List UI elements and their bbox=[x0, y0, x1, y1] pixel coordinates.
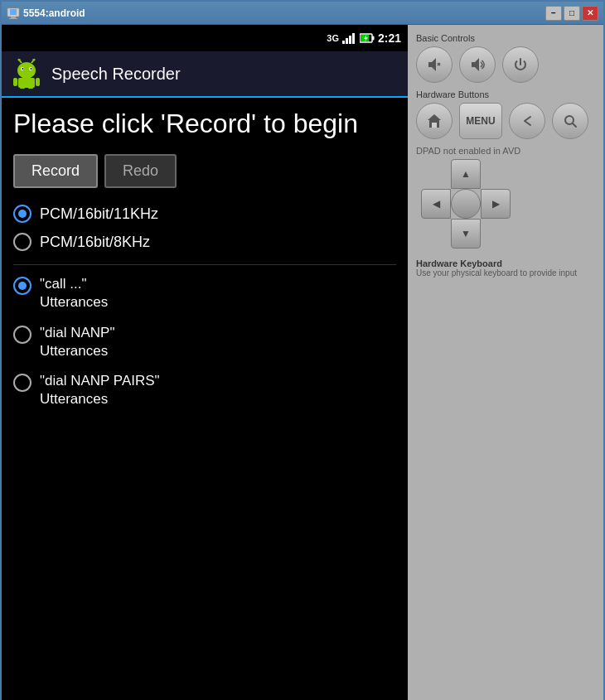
dpad-middle-row: ◀ ▶ bbox=[421, 189, 511, 219]
radio-item-8khz[interactable]: PCM/16bit/8KHz bbox=[13, 233, 396, 251]
utterance-radio-dial-nanp-pairs bbox=[13, 374, 31, 392]
svg-rect-20 bbox=[20, 87, 25, 89]
svg-point-12 bbox=[31, 68, 32, 70]
radio-circle-8khz bbox=[13, 233, 31, 251]
utterance-item-call[interactable]: "call ..." Utterances bbox=[13, 275, 396, 311]
dpad-label: DPAD not enabled in AVD bbox=[416, 146, 595, 156]
dpad-section: DPAD not enabled in AVD ▲ ◀ ▶ ▼ bbox=[416, 146, 595, 249]
app-header: Speech Recorder bbox=[2, 51, 408, 98]
title-bar: 5554:android − □ ✕ bbox=[2, 2, 603, 25]
radio-label-11khz: PCM/16bit/11KHz bbox=[40, 205, 158, 223]
title-bar-controls: − □ ✕ bbox=[545, 6, 598, 21]
svg-rect-21 bbox=[28, 87, 33, 89]
network-indicator: 3G bbox=[327, 33, 339, 43]
utterance-group: "call ..." Utterances "dial NANP" Uttera… bbox=[13, 275, 396, 408]
utterance-dot-call bbox=[18, 282, 27, 290]
signal-icon bbox=[342, 32, 355, 44]
utterance-item-dial-nanp-pairs[interactable]: "dial NANP PAIRS" Utterances bbox=[13, 372, 396, 408]
back-button[interactable] bbox=[509, 103, 545, 139]
svg-rect-19 bbox=[36, 78, 40, 86]
radio-label-8khz: PCM/16bit/8KHz bbox=[40, 234, 150, 251]
record-button[interactable]: Record bbox=[13, 154, 98, 188]
utterance-text-call: "call ..." Utterances bbox=[40, 275, 108, 311]
utterance-text-dial-nanp: "dial NANP" Utterances bbox=[40, 324, 115, 360]
status-icons: 3G bbox=[327, 31, 401, 45]
svg-rect-3 bbox=[9, 18, 17, 19]
basic-controls-row bbox=[416, 46, 595, 83]
dpad-center-button[interactable] bbox=[451, 189, 481, 219]
hardware-buttons-row: MENU bbox=[416, 103, 595, 139]
utterance-item-dial-nanp[interactable]: "dial NANP" Utterances bbox=[13, 324, 396, 360]
keyboard-section: Hardware Keyboard Use your physical keyb… bbox=[416, 258, 595, 278]
phone-panel: 3G bbox=[2, 25, 408, 700]
basic-controls-label: Basic Controls bbox=[416, 33, 595, 43]
dpad-container: ▲ ◀ ▶ ▼ bbox=[416, 159, 515, 249]
svg-rect-2 bbox=[11, 17, 16, 18]
control-panel: Basic Controls bbox=[408, 25, 603, 700]
dpad-bottom-row: ▼ bbox=[421, 219, 511, 249]
keyboard-label: Hardware Keyboard bbox=[416, 258, 595, 268]
power-button[interactable] bbox=[502, 46, 539, 83]
divider bbox=[13, 264, 396, 265]
radio-circle-11khz bbox=[13, 205, 31, 223]
home-button[interactable] bbox=[416, 103, 453, 139]
battery-icon bbox=[360, 33, 375, 43]
utterance-radio-dial-nanp bbox=[13, 326, 31, 344]
hardware-buttons-section: Hardware Buttons MENU bbox=[416, 89, 595, 139]
svg-rect-18 bbox=[13, 78, 17, 86]
title-bar-text: 5554:android bbox=[7, 7, 85, 20]
button-row: Record Redo bbox=[13, 154, 396, 188]
svg-point-8 bbox=[17, 62, 36, 79]
svg-rect-17 bbox=[18, 78, 35, 88]
minimize-button[interactable]: − bbox=[545, 6, 562, 21]
dpad-down-button[interactable]: ▼ bbox=[451, 219, 481, 249]
svg-rect-24 bbox=[432, 123, 437, 128]
volume-up-button[interactable] bbox=[459, 46, 496, 83]
app-title: Speech Recorder bbox=[51, 65, 181, 84]
radio-dot-11khz bbox=[18, 210, 27, 218]
keyboard-sublabel: Use your physical keyboard to provide in… bbox=[416, 268, 595, 278]
search-button[interactable] bbox=[552, 103, 588, 139]
main-area: 3G bbox=[2, 25, 603, 700]
utterance-text-dial-nanp-pairs: "dial NANP PAIRS" Utterances bbox=[40, 372, 160, 408]
svg-rect-6 bbox=[372, 36, 375, 41]
svg-rect-1 bbox=[10, 9, 17, 15]
dpad-left-button[interactable]: ◀ bbox=[421, 189, 451, 219]
close-button[interactable]: ✕ bbox=[582, 6, 598, 21]
app-logo bbox=[12, 59, 41, 89]
app-content: Please click 'Record' to begin Record Re… bbox=[2, 98, 408, 430]
menu-button[interactable]: MENU bbox=[459, 103, 502, 139]
radio-item-11khz[interactable]: PCM/16bit/11KHz bbox=[13, 205, 396, 223]
svg-line-26 bbox=[573, 123, 576, 127]
basic-controls-section: Basic Controls bbox=[416, 33, 595, 83]
redo-button[interactable]: Redo bbox=[104, 154, 177, 188]
hardware-buttons-label: Hardware Buttons bbox=[416, 89, 595, 99]
dpad-up-button[interactable]: ▲ bbox=[451, 159, 481, 189]
clock: 2:21 bbox=[378, 31, 401, 45]
maximize-button[interactable]: □ bbox=[564, 6, 580, 21]
utterance-radio-call bbox=[13, 277, 31, 295]
status-bar: 3G bbox=[2, 25, 408, 51]
app-window: 5554:android − □ ✕ 3G bbox=[0, 0, 605, 700]
prompt-text: Please click 'Record' to begin bbox=[13, 108, 396, 139]
sample-rate-group: PCM/16bit/11KHz PCM/16bit/8KHz bbox=[13, 205, 396, 251]
dpad-right-button[interactable]: ▶ bbox=[481, 189, 511, 219]
svg-point-11 bbox=[22, 68, 24, 70]
volume-down-button[interactable] bbox=[416, 46, 453, 83]
window-icon bbox=[7, 7, 20, 20]
dpad-top-row: ▲ bbox=[421, 159, 511, 189]
